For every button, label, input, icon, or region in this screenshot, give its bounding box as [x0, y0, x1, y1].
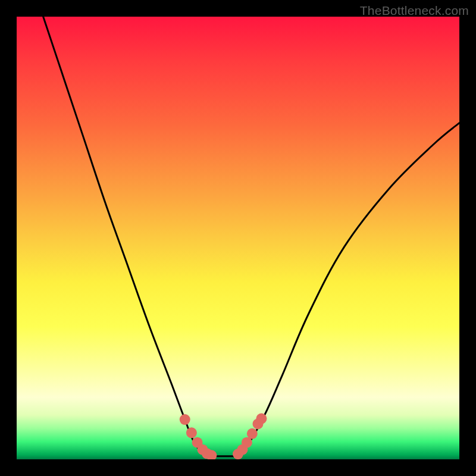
curve-layer [17, 17, 459, 459]
bottleneck-left-curve [43, 17, 212, 456]
watermark-text: TheBottleneck.com [360, 4, 469, 18]
highlight-dot [180, 414, 190, 425]
highlight-dots-right [233, 414, 267, 459]
plot-area [17, 17, 459, 459]
highlight-dots-left [180, 414, 217, 459]
bottleneck-right-curve [234, 123, 459, 456]
highlight-dot [247, 428, 258, 439]
chart-frame: TheBottleneck.com [0, 0, 476, 476]
highlight-dot [186, 427, 197, 438]
highlight-dot [256, 414, 267, 424]
